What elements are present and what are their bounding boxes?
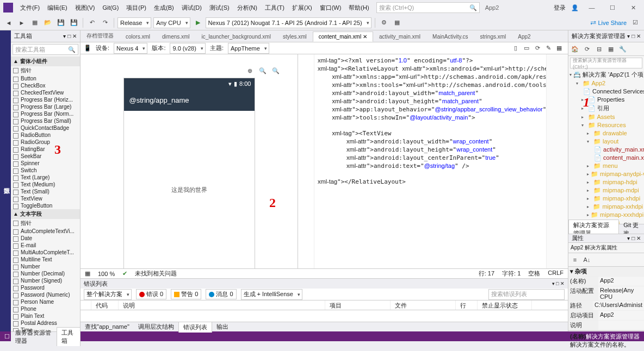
doc-tab[interactable]: 存档管理器 [81,30,120,42]
toolbox-item[interactable]: AutoCompleteTextVi... [11,228,80,235]
menu-帮助(H)[interactable]: 帮助(H) [345,2,373,14]
toolbox-item[interactable]: Text (Small) [11,188,80,195]
home-icon[interactable]: 🏠 [569,43,580,54]
tree-item[interactable]: ▸📄 Properties [568,96,644,104]
toolbox-item[interactable]: Text (Medium) [11,181,80,188]
mode-land-icon[interactable]: ▭ [521,43,532,54]
close-button[interactable]: ✕ [626,2,641,13]
tree-item[interactable]: ▸📁 mipmap-hdpi [568,178,644,186]
error-search[interactable]: 搜索错误列表 [488,289,565,300]
toolbox-item[interactable]: Number (Signed) [11,277,80,284]
warnings-pill[interactable]: 警告 0 [171,289,201,299]
toolbox-category[interactable]: ▲ 文本字段 [11,209,80,219]
toolbox-item[interactable]: SeekBar [11,153,80,160]
props-icon[interactable]: 🔧 [617,43,628,54]
toolbox-item[interactable]: 指针 [11,66,80,75]
toolbox-item[interactable]: Date [11,235,80,242]
tb-misc2-icon[interactable]: ▦ [392,17,403,28]
bottom-tab[interactable]: 调用层次结构 [134,322,178,332]
toolbox-item[interactable]: Spinner [11,160,80,167]
doc-tab[interactable]: strings.xml [474,32,512,42]
tree-item[interactable]: ▸📁 mipmap-xxxhdpi [568,211,644,219]
live-share-button[interactable]: ⮂ Live Share [590,20,627,26]
edit-icon[interactable]: ✎ [543,43,554,54]
toolbox-item[interactable]: RatingBar [11,146,80,153]
version-combo[interactable]: 9.0 (v28) [170,43,205,54]
solution-search[interactable]: 搜索解决方案资源管理器 (Ctrl+;) [570,58,642,68]
toolbox-item[interactable]: Progress Bar (Small) [11,117,80,124]
error-col[interactable]: 说明 [119,300,325,310]
menu-项目(P)[interactable]: 项目(P) [122,2,150,14]
az-icon[interactable]: A↓ [581,254,592,265]
toolbox-item[interactable]: MultiAutoCompleteT... [11,249,80,256]
toolbox-item[interactable]: Progress Bar (Large) [11,103,80,110]
refresh-icon[interactable]: ⟳ [532,43,543,54]
menu-扩展(X)[interactable]: 扩展(X) [288,2,316,14]
left-dock-strip[interactable]: 数据源 [0,30,11,331]
tree-item[interactable]: 📄 activity_main.xml [568,146,644,154]
tree-item[interactable]: 📄 content_main.xm [568,154,644,162]
save-icon[interactable]: 💾 [55,17,66,28]
toolbox-item[interactable]: RadioButton [11,131,80,139]
tree-item[interactable]: ▸📁 mipmap-mdpi [568,186,644,195]
messages-pill[interactable]: 消息 0 [206,289,236,299]
maximize-button[interactable]: ☐ [605,2,620,13]
error-scope-combo[interactable]: 整个解决方案 [84,289,132,300]
menu-视图(V)[interactable]: 视图(V) [71,2,99,14]
toolbox-item[interactable]: Switch [11,167,80,174]
doc-tab[interactable]: MainActivity.cs [426,32,474,42]
login-link[interactable]: 登录 [554,4,566,12]
error-col[interactable]: 代码 [91,300,119,310]
doc-tab[interactable]: colors.xml [120,32,156,42]
toolbox-item[interactable]: Button [11,75,80,82]
bottom-tab[interactable]: 服务器资源管理器 [11,328,57,346]
solution-tree[interactable]: ▾📇 解决方案 'App2'(1 个项目/共 1 ▾📁 App2📄 Connec… [568,70,644,224]
toolbox-item[interactable]: Password (Numeric) [11,291,80,298]
error-col[interactable]: 行 [456,300,478,310]
showall-icon[interactable]: ▦ [605,43,616,54]
tree-item[interactable]: ▾📁 layout [568,137,644,146]
prop-row[interactable]: (名称)App2 [568,277,644,286]
toolbox-item[interactable]: RadioGroup [11,139,80,146]
menu-生成(B)[interactable]: 生成(B) [150,2,178,14]
bottom-tab[interactable]: 工具箱 [57,327,81,346]
play-icon[interactable]: ▶ [193,17,203,28]
toolbox-item[interactable]: Progress Bar (Horiz... [11,96,80,103]
theme-combo[interactable]: AppTheme [228,43,269,54]
errors-pill[interactable]: 错误 0 [136,289,166,299]
minimap[interactable] [546,54,568,268]
undo-icon[interactable]: ↶ [86,17,97,28]
zoom-in-icon[interactable]: 🔍 [257,65,268,76]
toolbox-item[interactable]: Postal Address [11,319,80,327]
tree-item[interactable]: ▾📁 Resources [568,121,644,129]
toolbox-item[interactable]: Password [11,284,80,291]
tree-item[interactable]: ▸📁 drawable [568,129,644,137]
toolbox-item[interactable]: CheckedTextView [11,89,80,96]
tree-item[interactable]: ▸📁 menu [568,162,644,170]
toolbox-item[interactable]: E-mail [11,242,80,249]
error-filter-combo[interactable]: 生成 + IntelliSense [241,289,302,300]
menu-分析(N)[interactable]: 分析(N) [233,2,261,14]
feedback-icon[interactable]: ☑ [630,17,641,28]
run-target-combo[interactable]: Nexus 7 (2012) Nougat 7.1 - API 25 (Andr… [206,17,371,28]
tree-item[interactable]: ▸📁 Assets [568,113,644,121]
toolbox-item[interactable]: 指针 [11,219,80,228]
tree-item[interactable]: 📄 Connected Services [568,87,644,96]
prop-row[interactable]: 活动配置Release|Any CPU [568,286,644,301]
doc-tab[interactable]: content_main.xml ✕ [313,32,373,42]
zoom-fit-icon[interactable]: ⊕ [244,65,255,76]
tb-misc-icon[interactable]: ⚙ [379,17,389,28]
doc-tab[interactable]: styles.xml [277,32,313,42]
doc-tab[interactable]: ic_launcher_background.xml [196,32,277,42]
back-icon[interactable]: ◄ [3,17,14,28]
tree-item[interactable]: ▸📁 mipmap-xhdpi [568,195,644,203]
toolbox-search[interactable]: 搜索工具箱🔍 [13,44,78,55]
error-col[interactable]: 文件 [391,300,456,310]
user-icon[interactable]: 👤 [571,4,579,11]
forward-icon[interactable]: ► [16,17,27,28]
prop-row[interactable]: 启动项目App2 [568,311,644,321]
toolbox-item[interactable]: QuickContactBadge [11,124,80,131]
error-col[interactable]: 禁止显示状态 [478,300,532,310]
menu-测试(S)[interactable]: 测试(S) [206,2,233,14]
toolbox-item[interactable]: Text (Large) [11,174,80,181]
